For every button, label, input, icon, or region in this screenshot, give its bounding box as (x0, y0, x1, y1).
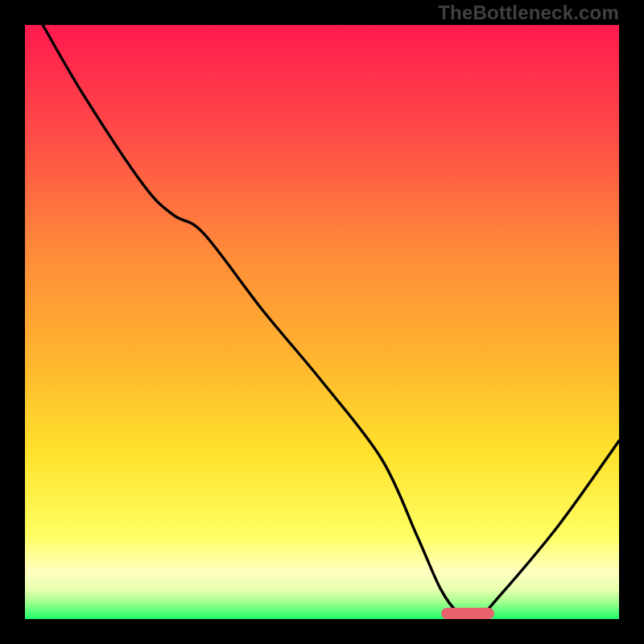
optimal-range-marker (441, 608, 494, 619)
attribution-label: TheBottleneck.com (438, 2, 619, 24)
chart-frame (25, 25, 619, 619)
bottleneck-curve (25, 25, 619, 619)
